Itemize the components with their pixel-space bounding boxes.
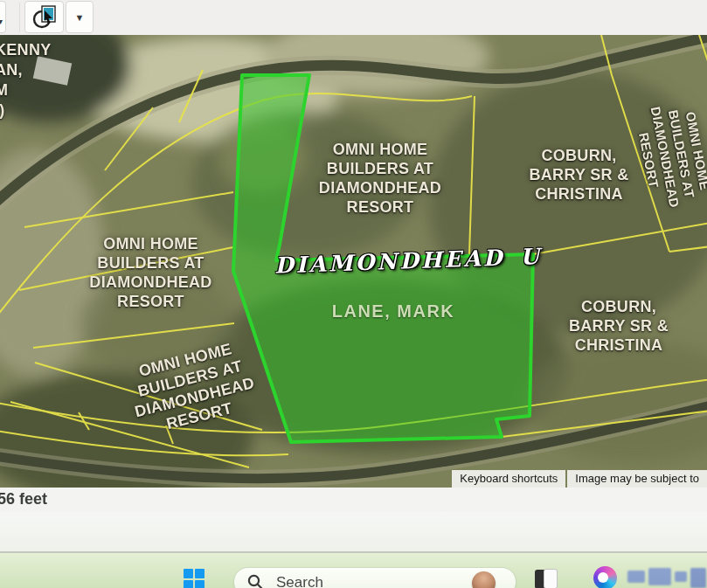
map-viewport[interactable]: KENNY AN, M /) OMNI HOME BUILDERS AT DIA… <box>0 35 707 488</box>
windows-logo-icon <box>195 580 204 588</box>
window-bottom-area <box>0 512 707 552</box>
parcel-label-edge-partial: KENNY AN, M /) <box>0 40 73 121</box>
app-icon-light-pane <box>544 569 558 588</box>
dropdown-arrow-icon: ▼ <box>75 12 85 23</box>
scale-bar-label: 56 feet <box>0 490 47 508</box>
search-icon <box>247 574 264 588</box>
taskbar-search-box[interactable]: Search <box>233 567 516 588</box>
keyboard-shortcuts-link[interactable]: Keyboard shortcuts <box>452 470 565 488</box>
partial-dropdown-button[interactable]: ▾ <box>0 1 6 33</box>
search-placeholder-text: Search <box>276 574 323 588</box>
map-footer-bar: Keyboard shortcuts Image may be subject … <box>452 470 707 488</box>
parcel-label-coburn-right: COBURN, BARRY SR & CHRISTINA <box>540 297 697 355</box>
windows-logo-icon <box>195 569 204 578</box>
search-highlight-avatar[interactable] <box>472 571 496 588</box>
identify-tool-icon <box>31 4 58 31</box>
scale-bar-row: 56 feet <box>0 488 707 512</box>
taskbar-app-button[interactable] <box>535 569 558 588</box>
windows-logo-icon <box>184 580 193 588</box>
highlighted-parcel-owner-label: LANE, MARK <box>306 301 481 322</box>
windows-start-button[interactable] <box>184 569 205 588</box>
toolbar-divider <box>19 3 20 32</box>
tool-dropdown-button[interactable]: ▼ <box>66 1 94 33</box>
watermark-overlay <box>627 568 707 588</box>
map-toolbar: ▾ ▼ <box>0 0 707 35</box>
parcel-label-omni-center-top: OMNI HOME BUILDERS AT DIAMONDHEAD RESORT <box>293 140 468 217</box>
imagery-attribution-text: Image may be subject to <box>567 470 707 488</box>
copilot-icon[interactable] <box>593 566 617 588</box>
parcel-label-coburn-top: COBURN, BARRY SR & CHRISTINA <box>503 146 655 204</box>
parcel-label-omni-left: OMNI HOME BUILDERS AT DIAMONDHEAD RESORT <box>61 234 240 311</box>
windows-logo-icon <box>184 569 193 578</box>
identify-tool-button[interactable] <box>24 1 64 33</box>
screen: ▾ ▼ <box>0 0 707 588</box>
chevron-down-icon: ▾ <box>0 17 3 26</box>
